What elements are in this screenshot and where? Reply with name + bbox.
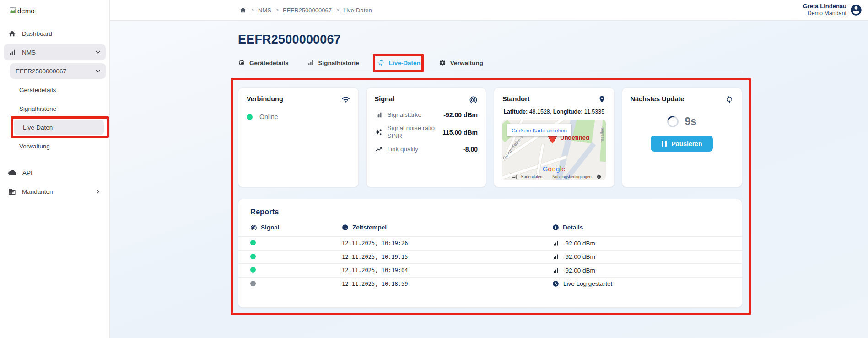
user-name: Greta Lindenau: [803, 3, 846, 10]
card-title: Verbindung: [247, 95, 283, 103]
sidebar-item-label: Verwaltung: [19, 143, 50, 150]
column-header-signal: Signal: [250, 224, 342, 231]
column-header-zeitstempel: Zeitstempel: [342, 224, 552, 231]
app-logo[interactable]: demo: [0, 0, 109, 21]
trending-up-icon: [375, 146, 383, 153]
user-info: Greta Lindenau Demo Mandant: [803, 3, 846, 17]
sidebar-item-label: Dashboard: [22, 30, 52, 37]
sidebar-item-signalhistorie[interactable]: Signalhistorie: [4, 101, 106, 116]
status-dot-neutral: [250, 281, 256, 286]
card-verbindung: Verbindung Online: [238, 87, 359, 187]
column-header-label: Signal: [261, 224, 280, 231]
location-pin-icon: [598, 95, 606, 103]
tab-livedaten[interactable]: Live-Daten: [377, 59, 421, 66]
breadcrumb-item-livedaten[interactable]: Live-Daten: [343, 7, 372, 14]
metric-label: Signal noise ratio SINR: [388, 125, 438, 140]
row-timestamp: 12.11.2025, 10:18:59: [342, 281, 552, 287]
row-detail: -92.00 dBm: [563, 267, 595, 274]
tab-bar: Gerätedetails Signalhistorie Live-Daten: [238, 59, 742, 72]
tab-label: Verwaltung: [450, 60, 483, 66]
card-standort: Standort Latitude: 48.1528, Longitude: 1…: [494, 87, 615, 187]
sidebar-item-verwaltung[interactable]: Verwaltung: [4, 138, 106, 154]
tab-signalhistorie[interactable]: Signalhistorie: [307, 59, 359, 66]
info-icon: [552, 224, 559, 231]
wifi-icon: [341, 95, 350, 104]
sidebar-item-label: Live-Daten: [23, 124, 53, 131]
pause-button[interactable]: Pausieren: [651, 136, 713, 152]
gear-icon: [439, 59, 446, 66]
status-dot-online: [250, 240, 256, 245]
sidebar-item-nms[interactable]: NMS: [4, 44, 106, 60]
sidebar-item-device[interactable]: EEFR2500000067: [10, 63, 106, 79]
avatar-icon[interactable]: [850, 4, 863, 16]
pause-button-label: Pausieren: [672, 140, 702, 147]
chip-icon: [238, 59, 245, 66]
reports-table-header: Signal Zeitstempel Details: [238, 218, 742, 236]
card-title: Signal: [375, 95, 395, 103]
sidebar-item-dashboard[interactable]: Dashboard: [4, 26, 106, 41]
user-menu[interactable]: Greta Lindenau Demo Mandant: [803, 3, 863, 17]
table-row[interactable]: 12.11.2025, 10:19:04 -92.00 dBm: [238, 263, 742, 277]
page-title: EEFR2500000067: [238, 33, 742, 47]
column-header-label: Zeitstempel: [352, 224, 387, 231]
broadcast-icon: [469, 95, 478, 104]
breadcrumb-item-nms[interactable]: NMS: [258, 7, 271, 14]
signal-bars-icon: [552, 253, 559, 260]
status-cards: Verbindung Online Signal: [238, 87, 742, 187]
google-map-embed[interactable]: Größere Karte ansehen Gustav-Falke-Str. …: [502, 120, 606, 180]
sidebar-item-mandanten[interactable]: Mandanten: [4, 184, 106, 199]
larger-map-link[interactable]: Größere Karte ansehen: [507, 124, 571, 136]
column-header-label: Details: [563, 224, 583, 231]
countdown-value: 9s: [685, 115, 696, 128]
breadcrumb: > NMS > EEFR2500000067 > Live-Daten: [239, 6, 372, 14]
map-data-label[interactable]: Kartendaten: [521, 174, 542, 179]
connection-status: Online: [259, 113, 278, 120]
table-row[interactable]: 12.11.2025, 10:19:26 -92.00 dBm: [238, 236, 742, 250]
chevron-right-icon: [95, 189, 101, 195]
street-label-vertical: msallee: [599, 127, 604, 142]
home-icon[interactable]: [239, 6, 247, 14]
sidebar-item-label: NMS: [22, 49, 36, 56]
sparkles-icon: [375, 129, 383, 136]
map-terms-link[interactable]: Nutzungsbedingungen: [552, 174, 591, 179]
card-title: Nächstes Update: [631, 95, 685, 103]
logo-alt-text: demo: [17, 7, 35, 15]
online-status-dot: [247, 114, 253, 120]
signal-bars-icon: [8, 49, 16, 56]
sidebar-item-label: API: [22, 169, 32, 176]
chevron-down-icon: [95, 49, 101, 55]
tab-label: Live-Daten: [389, 60, 421, 66]
longitude-label: Longitude:: [553, 109, 583, 115]
pause-icon: [662, 141, 667, 147]
sidebar-item-api[interactable]: API: [4, 165, 106, 180]
sidebar-item-label: Signalhistorie: [19, 105, 56, 112]
refresh-icon: [725, 95, 733, 104]
clock-icon: [342, 224, 349, 231]
top-bar: > NMS > EEFR2500000067 > Live-Daten Gret…: [110, 0, 868, 21]
signal-bars-icon: [307, 59, 314, 66]
table-row[interactable]: 12.11.2025, 10:19:15 -92.00 dBm: [238, 250, 742, 264]
row-detail: Live Log gestartet: [563, 280, 612, 287]
signal-bars-icon: [552, 267, 559, 274]
tab-geraetedetails[interactable]: Gerätedetails: [238, 59, 289, 66]
map-info-icon[interactable]: [597, 174, 601, 179]
sidebar-item-label: Gerätedetails: [19, 87, 56, 93]
table-row[interactable]: 12.11.2025, 10:18:59 Live Log gestartet: [238, 277, 742, 291]
status-dot-online: [250, 254, 256, 259]
sidebar-item-geraetedetails[interactable]: Gerätedetails: [4, 82, 106, 98]
keyboard-icon: [511, 175, 517, 179]
metric-label: Signalstärke: [388, 111, 421, 119]
metric-label: Link quality: [388, 146, 419, 153]
signal-bars-icon: [375, 111, 383, 119]
sidebar-nav: Dashboard NMS EEFR2500000067 Gerätedetai…: [0, 21, 109, 199]
reports-card: Reports Signal Zeitstempel: [238, 199, 742, 308]
sidebar-item-livedaten[interactable]: Live-Daten: [14, 120, 104, 135]
tab-label: Gerätedetails: [249, 60, 289, 66]
countdown-spinner: [665, 114, 680, 129]
chevron-down-icon: [95, 68, 101, 74]
breadcrumb-item-device[interactable]: EEFR2500000067: [283, 7, 332, 14]
sync-icon: [377, 59, 385, 66]
tab-verwaltung[interactable]: Verwaltung: [439, 59, 483, 66]
signal-bars-icon: [552, 240, 559, 247]
link-quality-row: Link quality -8.00: [375, 146, 478, 153]
